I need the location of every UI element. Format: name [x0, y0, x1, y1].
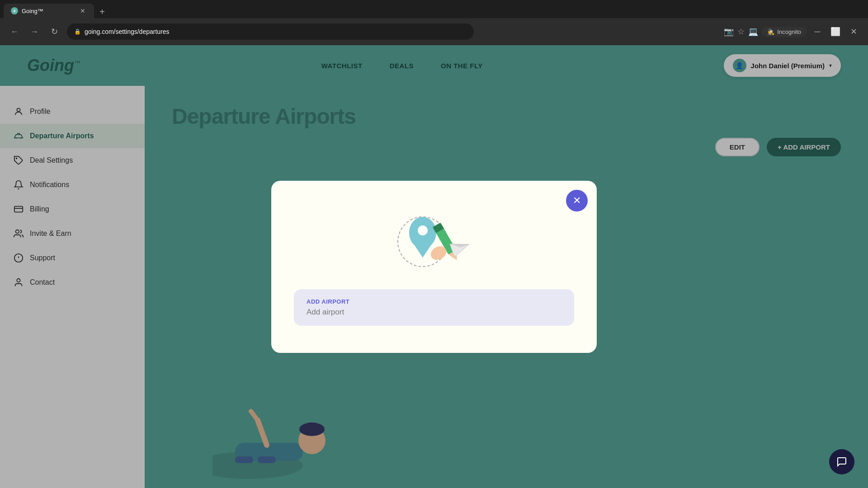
star-icon[interactable]: ☆: [737, 27, 745, 37]
modal-input-area: ADD AIRPORT: [294, 289, 574, 326]
url-text: going.com/settings/departures: [85, 28, 170, 35]
tab-close-button[interactable]: ✕: [79, 7, 87, 15]
address-bar[interactable]: 🔒 going.com/settings/departures: [67, 23, 474, 40]
browser-tab[interactable]: ✈ Going™ ✕: [4, 4, 94, 18]
modal-close-button[interactable]: ✕: [566, 190, 588, 211]
svg-point-20: [417, 225, 428, 236]
restore-button[interactable]: ⬜: [828, 24, 843, 39]
modal-illustration: [389, 203, 479, 276]
lock-icon: 🔒: [74, 28, 81, 35]
svg-marker-19: [414, 244, 432, 258]
chat-button[interactable]: [829, 449, 854, 474]
modal: ✕: [271, 181, 597, 353]
new-tab-button[interactable]: +: [96, 5, 108, 18]
modal-overlay[interactable]: ✕: [0, 45, 868, 488]
modal-input-label: ADD AIRPORT: [307, 298, 561, 305]
browser-actions: 📷 ☆ 💻 🕵 Incognito ─ ⬜ ✕: [724, 24, 861, 39]
forward-button[interactable]: →: [27, 24, 42, 39]
chat-icon: [836, 456, 847, 467]
tab-title: Going™: [22, 8, 43, 14]
back-button[interactable]: ←: [7, 24, 22, 39]
incognito-icon: 🕵: [767, 28, 774, 35]
incognito-badge: 🕵 Incognito: [762, 27, 807, 37]
page: Going™ WATCHLIST DEALS ON THE FLY 👤 John…: [0, 45, 868, 488]
tab-favicon: ✈: [11, 7, 18, 14]
close-browser-button[interactable]: ✕: [846, 24, 861, 39]
minimize-button[interactable]: ─: [810, 24, 825, 39]
incognito-label: Incognito: [777, 28, 801, 35]
add-airport-input[interactable]: [307, 308, 561, 317]
device-icon: 💻: [748, 27, 758, 37]
refresh-button[interactable]: ↻: [47, 24, 61, 39]
camera-off-icon: 📷: [724, 27, 734, 37]
